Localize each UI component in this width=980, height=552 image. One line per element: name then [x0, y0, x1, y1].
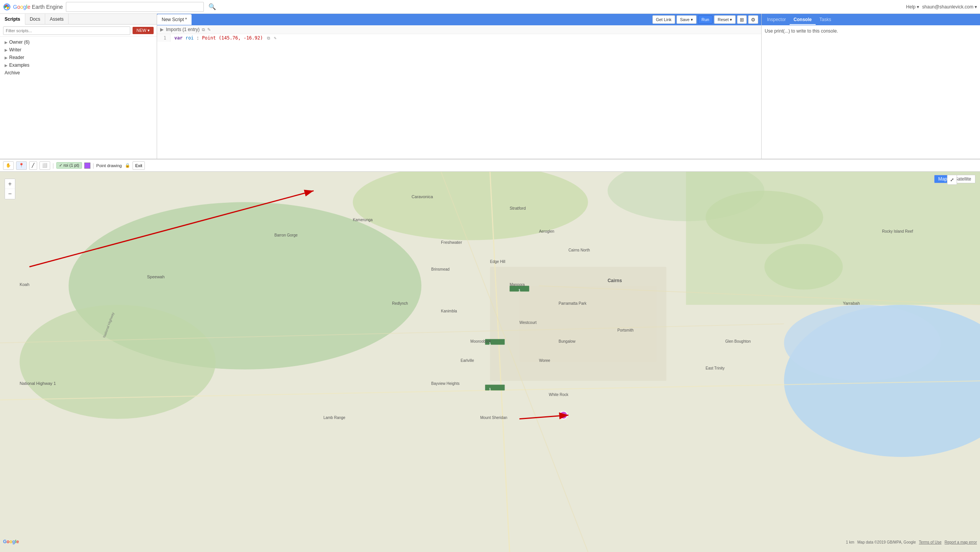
svg-text:Brinsmead: Brinsmead [431, 267, 450, 271]
svg-text:East Trinity: East Trinity [706, 366, 724, 370]
map-container[interactable]: ✋ 📍 ╱ ⬜ | ✓ roi (1 pt) | Point drawing 🔒… [0, 159, 980, 552]
panels-row: Scripts Docs Assets NEW ▾ ▶ Owner (6) ▶ … [0, 14, 980, 159]
scale-bar-label: 1 km [846, 540, 854, 544]
settings-button[interactable]: ⚙ [748, 15, 758, 24]
svg-text:Edge Hill: Edge Hill [490, 260, 505, 264]
google-logo-icon [3, 3, 11, 11]
svg-text:Caravonica: Caravonica [411, 194, 433, 199]
left-tabs: Scripts Docs Assets [0, 14, 157, 25]
report-link[interactable]: Report a map error [945, 540, 977, 544]
svg-text:Bayview Heights: Bayview Heights [431, 381, 460, 386]
svg-text:Mount Sheridan: Mount Sheridan [480, 416, 507, 420]
zoom-out-button[interactable]: − [5, 189, 15, 199]
svg-point-11 [784, 305, 941, 381]
imports-expand[interactable]: ▶ [160, 27, 164, 32]
svg-text:Woree: Woree [539, 358, 551, 363]
search-button[interactable]: 🔍 [207, 3, 218, 10]
tab-docs[interactable]: Docs [25, 14, 45, 25]
drawing-mode-label: Point drawing [96, 163, 122, 168]
middle-panel: New Script * Get Link Save ▾ Run Reset ▾… [157, 14, 762, 159]
main-layout: Scripts Docs Assets NEW ▾ ▶ Owner (6) ▶ … [0, 14, 980, 552]
svg-text:Parramatta Park: Parramatta Park [559, 301, 587, 306]
imports-label: Imports (1 entry) [166, 27, 200, 32]
imports-copy-icon[interactable]: ⧉ [202, 27, 205, 32]
svg-text:1: 1 [489, 387, 491, 391]
svg-text:Lamb Range: Lamb Range [323, 416, 346, 420]
attribution-text: Map data ©2019 GB/MPA, Google [857, 540, 916, 544]
svg-rect-13 [519, 286, 657, 362]
svg-text:Aeroglen: Aeroglen [539, 229, 554, 233]
toolbar-separator: | [52, 163, 54, 169]
top-bar: Google Earth Engine cairns 🔍 Help ▾ shau… [0, 0, 980, 14]
svg-rect-20 [485, 385, 505, 391]
imports-edit-icon[interactable]: ✎ [207, 27, 211, 32]
svg-text:Stratford: Stratford [510, 206, 526, 210]
code-copy-icon[interactable]: ⧉ [267, 36, 270, 41]
map-svg: 1 1 1 Caravonica Kamerunga Stratford Bar… [0, 172, 980, 552]
toolbar-separator-2: | [93, 163, 94, 169]
right-tabs-bar: Inspector Console Tasks [762, 14, 980, 25]
roi-color-swatch[interactable] [84, 163, 90, 169]
svg-rect-9 [686, 172, 980, 305]
tree-item-reader[interactable]: ▶ Reader [0, 54, 157, 61]
zoom-controls: + − [5, 179, 15, 199]
tab-console[interactable]: Console [790, 14, 815, 25]
run-button[interactable]: Run [698, 15, 713, 24]
code-content-1[interactable]: var roi : Point (145.76, -16.92) ⧉ ✎ [170, 34, 280, 42]
new-script-button[interactable]: NEW ▾ [133, 27, 154, 34]
user-email: shaun@shaunlevick.com ▾ [922, 4, 977, 10]
help-button[interactable]: Help ▾ [906, 4, 919, 10]
svg-text:Earlville: Earlville [461, 358, 474, 363]
svg-text:Cairns North: Cairns North [569, 248, 590, 252]
save-button[interactable]: Save ▾ [677, 15, 696, 24]
console-content: Use print(...) to write to this console. [762, 25, 980, 159]
reset-button[interactable]: Reset ▾ [714, 15, 736, 24]
svg-text:White Rock: White Rock [549, 393, 569, 397]
console-text: Use print(...) to write to this console. [765, 28, 838, 34]
get-link-button[interactable]: Get Link [652, 15, 675, 24]
tab-scripts[interactable]: Scripts [0, 14, 25, 25]
exit-drawing-button[interactable]: Exit [133, 161, 145, 170]
search-input[interactable]: cairns [66, 2, 204, 12]
tab-tasks[interactable]: Tasks [816, 14, 835, 25]
tree-item-owner[interactable]: ▶ Owner (6) [0, 38, 157, 46]
zoom-in-button[interactable]: + [5, 179, 15, 189]
svg-text:Speewah: Speewah [147, 274, 165, 279]
svg-text:1: 1 [518, 288, 520, 292]
app-logo: Google Earth Engine [3, 3, 63, 11]
editor-tab-label: New Script * [162, 14, 187, 25]
map-point-tool[interactable]: 📍 [16, 161, 27, 170]
grid-button[interactable]: ⊞ [737, 15, 747, 24]
terms-link[interactable]: Terms of Use [919, 540, 942, 544]
scripts-tree: ▶ Owner (6) ▶ Writer ▶ Reader ▶ Examples… [0, 37, 157, 159]
google-logo: Google [3, 539, 19, 544]
code-edit-icon[interactable]: ✎ [274, 36, 277, 41]
svg-text:Redlynch: Redlynch [392, 301, 408, 306]
editor-tab-new-script[interactable]: New Script * [157, 14, 192, 25]
svg-text:Yarrabah: Yarrabah [843, 301, 860, 306]
svg-text:Westcourt: Westcourt [519, 320, 537, 325]
svg-text:Barron Gorge: Barron Gorge [274, 233, 298, 237]
imports-bar: ▶ Imports (1 entry) ⧉ ✎ [157, 25, 761, 34]
map-polygon-tool[interactable]: ⬜ [39, 161, 50, 170]
svg-text:Bungalow: Bungalow [559, 339, 576, 343]
tab-assets[interactable]: Assets [45, 14, 69, 25]
svg-text:Cairns: Cairns [608, 278, 622, 283]
left-panel: Scripts Docs Assets NEW ▾ ▶ Owner (6) ▶ … [0, 14, 157, 159]
left-toolbar: NEW ▾ [0, 25, 157, 37]
tree-item-writer[interactable]: ▶ Writer [0, 46, 157, 54]
svg-text:Kanimbla: Kanimbla [441, 309, 457, 313]
right-panel: Inspector Console Tasks Use print(...) t… [762, 14, 980, 159]
map-hand-tool[interactable]: ✋ [3, 161, 14, 170]
svg-text:Manoora: Manoora [510, 283, 525, 287]
roi-badge: ✓ roi (1 pt) [56, 162, 82, 169]
map-line-tool[interactable]: ╱ [29, 161, 37, 170]
fullscreen-button[interactable]: ⤢ [947, 175, 957, 185]
svg-point-4 [20, 305, 216, 419]
lock-icon[interactable]: 🔒 [125, 163, 130, 168]
editor-header: New Script * Get Link Save ▾ Run Reset ▾… [157, 14, 761, 25]
tree-item-examples[interactable]: ▶ Examples [0, 61, 157, 69]
tab-inspector[interactable]: Inspector [763, 14, 790, 25]
filter-scripts-input[interactable] [3, 26, 130, 35]
tree-item-archive[interactable]: Archive [0, 69, 157, 77]
